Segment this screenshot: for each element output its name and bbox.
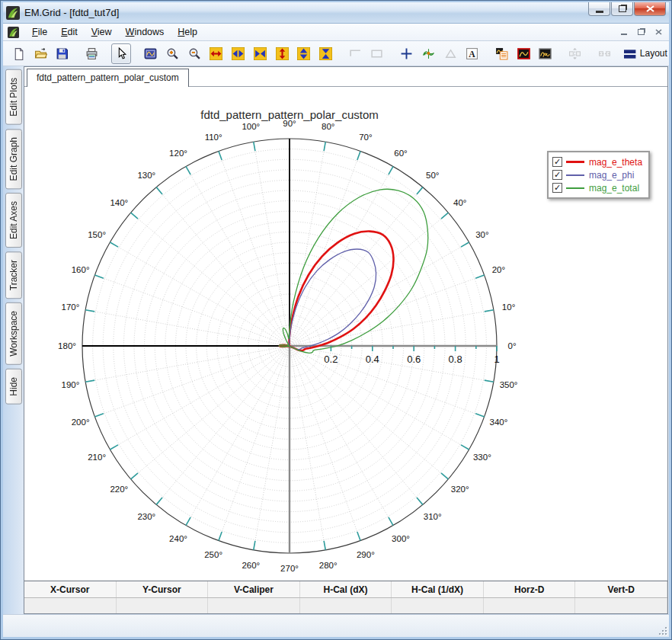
new-file-button[interactable] — [8, 43, 29, 64]
cross-cursor-button[interactable] — [396, 43, 417, 64]
status-strip — [3, 614, 669, 637]
drag-corner-icon — [349, 47, 362, 60]
app-logo-icon — [6, 6, 20, 20]
h-full-scale-button[interactable] — [206, 43, 227, 64]
text-label-button[interactable]: A — [462, 43, 482, 64]
mdi-minimize-button[interactable] — [616, 25, 632, 39]
angle-tick — [475, 414, 485, 417]
angle-tick — [441, 213, 448, 219]
angle-tick — [324, 541, 325, 550]
angle-label: 270° — [280, 564, 299, 573]
polar-plot-area[interactable]: fdtd_pattern_pattern_polar_custom0°10°20… — [24, 87, 667, 581]
angle-label: 90° — [283, 119, 296, 128]
angle-label: 150° — [88, 230, 106, 239]
angle-label: 310° — [424, 512, 442, 521]
grid-spoke — [94, 275, 290, 346]
pointer-tool-button[interactable] — [111, 43, 132, 64]
v-compress-button[interactable] — [315, 43, 336, 64]
menu-view[interactable]: View — [85, 24, 119, 40]
mdi-restore-button[interactable] — [633, 25, 649, 39]
save-button[interactable] — [52, 43, 72, 64]
graph-single-button[interactable] — [514, 43, 534, 64]
status-value-cell — [117, 598, 209, 613]
zoom-out-button[interactable] — [184, 43, 205, 64]
angle-tick — [110, 445, 118, 450]
grid-spoke — [254, 346, 290, 550]
menu-windows[interactable]: Windows — [119, 24, 171, 40]
angle-tick — [441, 473, 448, 479]
graph-multi-button[interactable] — [536, 43, 556, 64]
angle-label: 40° — [453, 198, 466, 207]
zoom-in-icon — [166, 47, 179, 60]
document-tab-bar: fdtd_pattern_pattern_polar_custom — [24, 67, 667, 87]
restore-button[interactable] — [611, 2, 633, 16]
angle-tick — [389, 166, 393, 174]
side-tab-tracker[interactable]: Tracker — [5, 251, 22, 299]
status-col-horz-d: Horz-D — [484, 581, 576, 597]
angle-tick — [94, 414, 104, 417]
v-full-scale-button[interactable] — [272, 43, 293, 64]
side-tab-edit-graph[interactable]: Edit Graph — [5, 129, 22, 189]
legend-checkbox-mag_e_total[interactable]: ✓ — [552, 183, 562, 193]
layout-icon — [624, 47, 636, 60]
legend-label[interactable]: mag_e_phi — [589, 170, 634, 181]
angle-tick — [254, 142, 255, 151]
v-full-scale-icon — [276, 47, 289, 60]
plot-properties-icon — [495, 47, 508, 60]
angle-tick — [357, 532, 360, 541]
mdi-close-button[interactable] — [651, 25, 667, 39]
radial-label: 0.6 — [407, 354, 421, 365]
print-button[interactable] — [82, 43, 102, 64]
grid-spoke — [290, 187, 423, 346]
resize-grip[interactable] — [657, 625, 667, 635]
toolbar-separator — [586, 44, 594, 63]
v-expand-button[interactable] — [293, 43, 314, 64]
zoom-out-icon — [188, 47, 201, 60]
side-tab-edit-plots[interactable]: Edit Plots — [5, 69, 22, 125]
series-mag_e_theta — [280, 232, 394, 350]
legend-label[interactable]: mag_e_total — [589, 183, 639, 194]
caliper-button — [440, 43, 461, 64]
layout-label: Layout — [640, 48, 667, 59]
minimize-button[interactable] — [588, 2, 610, 16]
legend-checkbox-mag_e_phi[interactable]: ✓ — [552, 170, 562, 180]
menu-edit[interactable]: Edit — [54, 24, 85, 40]
v-compress-icon — [319, 47, 332, 60]
status-col-h-cal-1-dx-: H-Cal (1/dX) — [392, 581, 484, 597]
angle-label: 80° — [322, 122, 334, 131]
legend-label[interactable]: mag_e_theta — [589, 157, 642, 168]
zoom-in-button[interactable] — [162, 43, 183, 64]
toolbar-separator — [556, 44, 564, 63]
menu-file[interactable]: File — [25, 24, 54, 40]
angle-tick — [85, 380, 94, 382]
side-tab-hide[interactable]: Hide — [5, 369, 22, 405]
tracker-tool-button[interactable] — [418, 43, 439, 64]
angle-label: 30° — [475, 230, 488, 239]
h-expand-button[interactable] — [228, 43, 248, 64]
angle-tick — [94, 275, 104, 278]
angle-tick — [475, 275, 485, 278]
legend-checkbox-mag_e_theta[interactable]: ✓ — [552, 157, 562, 167]
grid-spoke — [290, 346, 494, 382]
plot-properties-button[interactable] — [491, 43, 512, 64]
angle-label: 180° — [58, 341, 76, 350]
angle-label: 100° — [242, 122, 260, 131]
grid-spoke — [290, 242, 469, 346]
document-tab[interactable]: fdtd_pattern_pattern_polar_custom — [27, 69, 189, 87]
side-tab-workspace[interactable]: Workspace — [5, 302, 22, 365]
menu-help[interactable]: Help — [171, 24, 204, 40]
grid-spoke — [290, 151, 360, 346]
grid-spoke — [156, 346, 290, 504]
angle-label: 190° — [62, 380, 80, 389]
h-compress-button[interactable] — [250, 43, 270, 64]
layout-button[interactable]: Layout — [623, 43, 667, 64]
window-title: EM.Grid - [fdtd_tut7d] — [24, 7, 119, 18]
close-button[interactable] — [634, 2, 666, 16]
status-value-cell — [208, 598, 300, 613]
angle-label: 230° — [137, 512, 155, 521]
angle-tick — [417, 187, 423, 194]
angle-label: 330° — [473, 453, 491, 462]
zoom-region-button[interactable] — [140, 43, 161, 64]
open-file-button[interactable] — [30, 43, 51, 64]
side-tab-edit-axes[interactable]: Edit Axes — [5, 193, 22, 248]
